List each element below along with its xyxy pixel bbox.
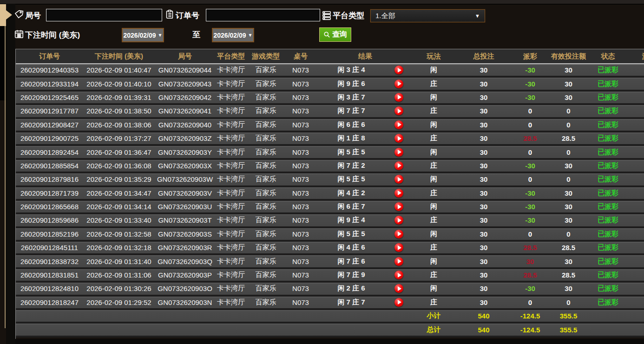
- status-cell: 已派彩: [591, 201, 625, 214]
- result-cell: 闲 3 庄 4: [316, 64, 414, 78]
- game-extra-cell: [625, 269, 644, 283]
- play-result-button[interactable]: [394, 106, 403, 115]
- game-type-cell: 百家乐: [247, 173, 285, 187]
- bet-time-cell: 2026-02-09 01:33:40: [83, 214, 155, 228]
- play-result-button[interactable]: [394, 175, 403, 184]
- result-cell: 闲 7 庄 9: [316, 269, 414, 283]
- status-cell: 已派彩: [591, 173, 625, 187]
- play-result-button[interactable]: [394, 298, 403, 307]
- payout-cell: 0: [514, 173, 546, 187]
- table-no-cell: N073: [285, 92, 316, 105]
- bet-time-cell: 2026-02-09 01:36:47: [83, 146, 155, 159]
- table-no-cell: N073: [285, 146, 316, 159]
- platform-cell: 卡卡湾厅: [215, 160, 247, 173]
- clipboard-icon: [164, 9, 175, 20]
- payout-cell: -30: [514, 214, 546, 228]
- play-result-button[interactable]: [394, 134, 403, 143]
- play-result-button[interactable]: [394, 271, 403, 279]
- play-cell: 闲: [414, 283, 453, 296]
- platform-type-select[interactable]: 1.全部 ▼: [370, 9, 485, 22]
- col-header-table-no: 桌号: [285, 49, 316, 64]
- result-text: 闲 5 庄 5: [316, 148, 386, 157]
- table-row: 260209012831851 2026-02-09 01:31:06 GN07…: [16, 269, 644, 283]
- table-no-cell: N073: [285, 78, 316, 91]
- status-cell: 已派彩: [591, 255, 625, 269]
- payout-cell: -30: [514, 283, 546, 296]
- bet-time-cell: 2026-02-09 01:31:40: [83, 255, 155, 269]
- play-result-button[interactable]: [394, 93, 403, 102]
- order-no-input[interactable]: [206, 9, 320, 21]
- result-cell: 闲 4 庄 6: [316, 242, 414, 255]
- order-no-cell: 260209012859686: [16, 214, 83, 228]
- game-type-cell: 百家乐: [247, 187, 285, 201]
- game-type-cell: 百家乐: [247, 119, 285, 132]
- table-row: 260209012908427 2026-02-09 01:38:06 GN07…: [16, 119, 644, 132]
- date-from-picker[interactable]: 2026/02/09 ▼: [122, 28, 164, 42]
- total-bet-cell: 30: [453, 269, 514, 283]
- valid-bet-cell: 0: [546, 119, 591, 132]
- play-result-button[interactable]: [394, 120, 403, 129]
- play-result-button[interactable]: [394, 148, 403, 157]
- payout-cell: 0: [514, 228, 546, 242]
- status-cell: 已派彩: [591, 269, 625, 283]
- payout-cell: 0: [514, 119, 546, 132]
- status-cell: 已派彩: [591, 78, 625, 91]
- round-no-cell: GN0732620903U: [155, 201, 215, 214]
- result-cell: 闲 7 庄 2: [316, 160, 414, 173]
- total-bet-cell: 30: [453, 92, 514, 105]
- calendar-icon: [14, 29, 24, 39]
- game-type-cell: 百家乐: [247, 255, 285, 269]
- result-text: 闲 7 庄 7: [316, 298, 386, 307]
- order-no-cell: 260209012871739: [16, 187, 83, 201]
- play-result-button[interactable]: [394, 230, 403, 238]
- result-text: 闲 5 庄 5: [316, 175, 386, 184]
- round-no-cell: GN07326209042: [155, 92, 215, 105]
- result-text: 闲 7 庄 2: [316, 161, 386, 170]
- game-extra-cell: [625, 255, 644, 269]
- valid-bet-cell: 30: [546, 283, 591, 296]
- play-result-button[interactable]: [394, 216, 403, 225]
- play-cell: 闲: [414, 173, 453, 187]
- valid-bet-cell: 0: [546, 297, 591, 310]
- bet-time-cell: 2026-02-09 01:32:18: [83, 242, 155, 255]
- result-text: 闲 4 庄 6: [316, 243, 386, 252]
- table-no-cell: N073: [285, 119, 316, 132]
- table-row: 260209012865668 2026-02-09 01:34:14 GN07…: [16, 201, 644, 214]
- round-no-input[interactable]: [46, 9, 162, 21]
- table-no-cell: N073: [285, 228, 316, 242]
- play-cell: 庄: [414, 187, 453, 201]
- play-result-button[interactable]: [394, 284, 403, 293]
- search-button[interactable]: 查询: [319, 27, 351, 42]
- platform-cell: 卡卡湾厅: [215, 214, 247, 228]
- platform-cell: 卡卡湾厅: [215, 132, 247, 146]
- play-result-button[interactable]: [394, 79, 403, 88]
- date-to-picker[interactable]: 2026/02/09 ▼: [212, 28, 254, 42]
- table-no-cell: N073: [285, 283, 316, 296]
- table-row: 260209012818247 2026-02-09 01:29:52 GN07…: [16, 297, 644, 310]
- status-cell: 已派彩: [591, 132, 625, 146]
- result-text: 闲 1 庄 8: [316, 134, 386, 143]
- platform-type-label: 平台类型: [333, 10, 364, 21]
- play-result-button[interactable]: [394, 161, 403, 170]
- total-bet-cell: 30: [453, 119, 514, 132]
- payout-cell: -30: [514, 187, 546, 201]
- play-result-button[interactable]: [394, 189, 403, 198]
- platform-cell: 卡卡湾厅: [215, 201, 247, 214]
- total-valid-bet: 355.5: [546, 324, 591, 337]
- play-result-button[interactable]: [394, 66, 403, 74]
- order-no-cell: 260209012933194: [16, 78, 83, 91]
- round-no-cell: GN0732620903O: [155, 283, 215, 296]
- play-result-button[interactable]: [394, 243, 403, 252]
- table-no-cell: N073: [285, 214, 316, 228]
- total-bet-cell: 30: [453, 214, 514, 228]
- order-no-cell: 260209012908427: [16, 119, 83, 132]
- payout-cell: 28.5: [514, 132, 546, 146]
- total-bet-cell: 30: [453, 105, 514, 119]
- total-bet-cell: 30: [453, 283, 514, 296]
- game-type-cell: 百家乐: [247, 78, 285, 91]
- game-extra-cell: [625, 173, 644, 187]
- drawer-expand-handle[interactable]: [0, 4, 6, 26]
- play-result-button[interactable]: [394, 257, 403, 266]
- play-result-button[interactable]: [394, 202, 403, 211]
- platform-cell: 卡卡湾厅: [215, 92, 247, 105]
